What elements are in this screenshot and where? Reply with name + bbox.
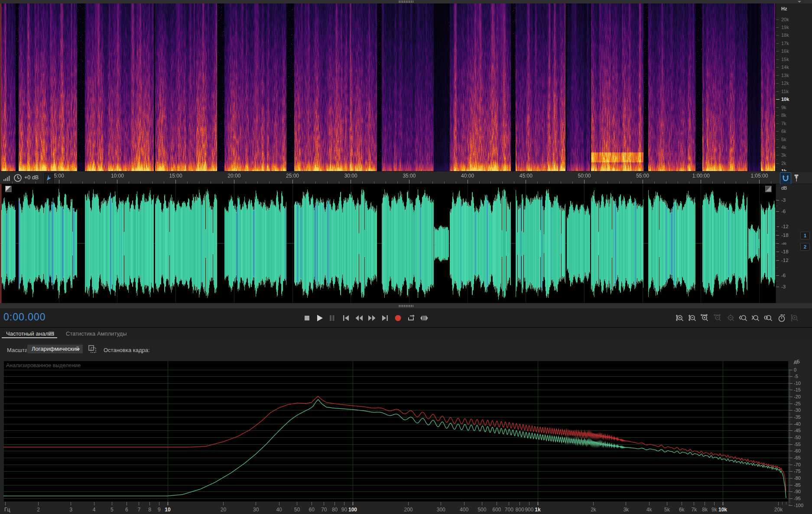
x-axis-tick [705, 502, 705, 505]
ruler-micro-tick [776, 281, 777, 281]
timeline-tick [689, 181, 689, 184]
time-display[interactable]: 0:00.000 [3, 311, 46, 323]
timeline-ticks[interactable]: 5:0010:0015:0020:0025:0030:0035:0040:004… [0, 171, 776, 184]
y-axis-tick [789, 504, 790, 504]
channel-2-solo-button[interactable]: 2 [800, 243, 810, 251]
record-button[interactable] [393, 313, 403, 323]
divider-grip[interactable] [399, 0, 413, 3]
pushpin-button[interactable] [793, 172, 800, 184]
y-axis-tick [789, 474, 790, 475]
x-axis-tick [335, 502, 335, 505]
stop-button[interactable] [302, 313, 312, 323]
y-axis-tick [789, 493, 790, 494]
y-axis-tick [789, 471, 793, 472]
spectrogram-display[interactable] [0, 3, 776, 171]
frequency-plot-canvas[interactable] [3, 361, 789, 502]
ruler-minor-tick [776, 23, 777, 24]
x-axis-tick [38, 502, 39, 505]
tab-amplitude-statistics[interactable]: Статистика Амплитуды [66, 330, 127, 337]
frequency-x-axis: Гц 2345678910203040506070809010020030040… [0, 502, 789, 514]
y-axis-label: -5 [794, 374, 798, 379]
channel-1-solo-button[interactable]: 1 [800, 232, 810, 239]
ruler-micro-tick [776, 226, 777, 227]
ruler-minor-tick [776, 127, 777, 128]
ruler-minor-tick [776, 103, 777, 103]
panel-menu-caret-icon[interactable] [797, 0, 802, 3]
ruler-tick [776, 107, 779, 108]
fade-in-handle[interactable] [5, 186, 12, 192]
timeline-label: 55:00 [636, 173, 649, 179]
ruler-tick [776, 252, 779, 252]
rewind-button[interactable] [354, 313, 364, 323]
fade-out-handle[interactable] [765, 186, 772, 192]
y-axis-tick [789, 386, 790, 386]
loop-playback-button[interactable] [406, 313, 416, 323]
y-axis-label: -80 [794, 475, 801, 481]
ruler-tick [776, 139, 779, 140]
scale-dropdown[interactable]: Логарифмический [27, 344, 83, 354]
zoom-to-selection-button[interactable] [763, 313, 774, 323]
ruler-minor-tick [776, 268, 778, 268]
waveform-display[interactable] [0, 184, 776, 303]
y-axis-tick [789, 458, 793, 458]
skip-to-start-button[interactable] [341, 313, 351, 323]
x-axis-tick [682, 502, 682, 505]
timeline-tick [526, 180, 526, 184]
frequency-ruler[interactable]: Hz 20k19k18k17k16k15k14k13k12k11k10k9k8k… [776, 3, 812, 171]
x-axis-tick [168, 502, 168, 505]
timeline-tick [584, 180, 585, 184]
panel-menu-icon[interactable] [49, 332, 54, 336]
timeline-ruler[interactable]: +0 dB 5:0010:0015:0020:0025:0030:0035:00… [0, 171, 812, 184]
snap-toggle-button[interactable] [780, 172, 791, 184]
ruler-micro-tick [776, 242, 777, 242]
fast-forward-button[interactable] [367, 313, 377, 323]
timeline-tick [71, 181, 71, 184]
x-axis-label: 80 [332, 507, 338, 513]
timeline-tick [47, 181, 48, 184]
mid-panel-divider[interactable] [0, 303, 812, 308]
timeline-label: 30:00 [344, 173, 357, 179]
playhead-spectrogram[interactable] [0, 3, 1, 171]
y-axis-tick [789, 484, 790, 484]
y-axis-tick [789, 390, 793, 390]
y-axis-tick [789, 401, 790, 401]
y-axis-tick [789, 413, 790, 414]
play-button[interactable] [314, 313, 325, 323]
timeline-tick [537, 181, 538, 184]
x-axis-tick [297, 502, 297, 505]
skip-selection-button[interactable] [419, 313, 429, 323]
y-axis-tick [789, 467, 790, 468]
pause-button[interactable] [327, 313, 337, 323]
copy-frame-icon[interactable] [88, 345, 97, 353]
zoom-in-left-edge-button[interactable] [738, 313, 749, 323]
y-axis-label: -65 [794, 455, 801, 460]
y-axis-tick [789, 495, 790, 495]
zoom-in-amplitude-button[interactable] [675, 313, 685, 323]
reset-zoom-button[interactable] [776, 313, 787, 323]
ruler-tick [776, 211, 779, 212]
x-axis-label: 2 [37, 507, 40, 513]
zoom-out-full-button[interactable] [725, 313, 736, 323]
frequency-plot[interactable]: Анализированное выделение [3, 361, 789, 502]
divider-grip[interactable] [399, 305, 413, 307]
y-axis-tick [789, 437, 793, 438]
y-axis-tick [789, 385, 790, 385]
ruler-minor-tick [776, 159, 777, 160]
zoom-out-amplitude-button[interactable] [687, 313, 698, 323]
top-panel-divider[interactable] [0, 0, 812, 3]
ruler-micro-tick [776, 297, 777, 297]
x-axis-label: 3 [69, 507, 72, 513]
amplitude-ruler[interactable]: dB 1 2 -3-6-12-18-∞-18-12-6-3 [776, 184, 812, 303]
zoom-in-right-edge-button[interactable] [750, 313, 761, 323]
skip-to-end-button[interactable] [380, 313, 390, 323]
zoom-in-time-button[interactable] [699, 313, 710, 323]
timeline-tick [631, 181, 631, 184]
ruler-minor-tick [776, 231, 778, 231]
x-axis-tick [149, 502, 150, 505]
zoom-vertical-button[interactable] [789, 313, 800, 323]
zoom-out-time-button[interactable] [712, 313, 723, 323]
playhead-waveform[interactable] [0, 184, 1, 303]
tab-frequency-analysis[interactable]: Частотный анализ [6, 330, 54, 337]
timeline-tick [514, 181, 514, 184]
x-axis-tick [344, 502, 344, 505]
